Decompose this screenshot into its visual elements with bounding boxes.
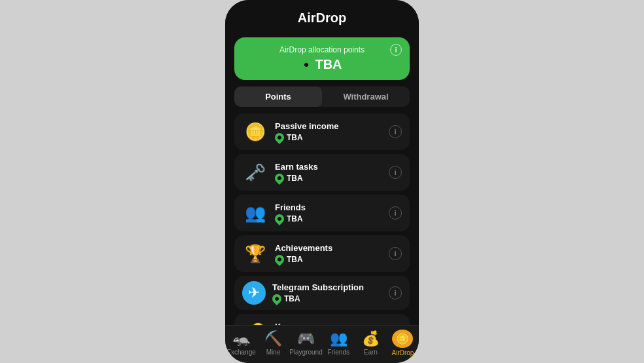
achievements-value: TBA [275, 255, 382, 264]
earn-tasks-name: Earn tasks [275, 162, 382, 172]
page-title: AirDrop [298, 10, 346, 25]
earn-tasks-content: Earn tasks TBA [275, 162, 382, 183]
passive-income-pin-icon [273, 131, 286, 144]
passive-income-name: Passive income [275, 121, 382, 131]
telegram-content: Telegram Subscription TBA [272, 282, 382, 303]
earn-tasks-pin-icon [273, 172, 286, 185]
list-item-friends[interactable]: 👥 Friends TBA i [234, 195, 410, 231]
top-tab-bar: Points Withdrawal [234, 86, 410, 107]
allocation-value: TBA [302, 57, 342, 72]
nav-friends-label: Friends [328, 349, 349, 356]
telegram-icon: ✈ [242, 281, 266, 305]
tab-points[interactable]: Points [234, 86, 322, 107]
earn-tasks-info-icon[interactable]: i [389, 166, 402, 179]
nav-friends-icon: 👥 [328, 330, 349, 347]
allocation-tba: TBA [315, 57, 342, 72]
telegram-name: Telegram Subscription [272, 282, 382, 292]
nav-item-mine[interactable]: ⛏️ Mine [257, 330, 289, 356]
achievements-content: Achievements TBA [275, 243, 382, 264]
earn-icon: 💰 [360, 330, 381, 347]
achievements-icon: 🏆 [242, 240, 268, 267]
nav-item-airdrop[interactable]: 🪙 AirDrop [387, 330, 419, 356]
telegram-info-icon[interactable]: i [389, 286, 402, 299]
bottom-nav: 🦡 Exchange ⛏️ Mine 🎮 Playground 👥 Friend… [225, 325, 419, 363]
list-item-earn-tasks[interactable]: 🗝️ Earn tasks TBA i [234, 154, 410, 191]
nav-item-friends[interactable]: 👥 Friends [323, 330, 355, 356]
header: AirDrop [225, 0, 419, 32]
allocation-label: AirDrop allocation points [279, 45, 365, 54]
tab-withdrawal[interactable]: Withdrawal [322, 86, 410, 107]
telegram-value: TBA [272, 294, 382, 303]
passive-income-icon: 🪙 [242, 119, 268, 145]
passive-income-content: Passive income TBA [275, 121, 382, 142]
passive-income-value: TBA [275, 133, 382, 142]
nav-item-exchange[interactable]: 🦡 Exchange [225, 330, 257, 356]
nav-item-earn[interactable]: 💰 Earn [355, 330, 387, 356]
friends-name: Friends [275, 202, 382, 212]
nav-airdrop-label: AirDrop [391, 349, 414, 356]
list-item-passive-income[interactable]: 🪙 Passive income TBA i [234, 113, 410, 150]
exchange-icon: 🦡 [231, 330, 252, 347]
nav-earn-label: Earn [364, 349, 378, 356]
list-item-achievements[interactable]: 🏆 Achievements TBA i [234, 235, 410, 272]
achievements-info-icon[interactable]: i [389, 247, 402, 260]
nav-playground-label: Playground [289, 349, 323, 356]
location-pin-icon [300, 58, 313, 71]
playground-icon: 🎮 [295, 330, 316, 347]
list-item-keys[interactable]: 🔑 Keys TBA i [234, 314, 410, 325]
achievements-pin-icon [273, 253, 286, 266]
keys-icon: 🔑 [242, 319, 268, 325]
friends-content: Friends TBA [275, 202, 382, 223]
nav-mine-label: Mine [266, 349, 281, 356]
passive-income-info-icon[interactable]: i [389, 125, 402, 138]
phone-frame: AirDrop AirDrop allocation points TBA i … [225, 0, 419, 363]
allocation-info-icon[interactable]: i [390, 44, 402, 56]
nav-exchange-label: Exchange [226, 349, 255, 356]
allocation-card: AirDrop allocation points TBA i [234, 37, 410, 80]
achievements-name: Achievements [275, 243, 382, 253]
airdrop-list: 🪙 Passive income TBA i 🗝️ Earn tasks TBA… [225, 113, 419, 325]
nav-item-playground[interactable]: 🎮 Playground [289, 330, 323, 356]
friends-icon: 👥 [242, 200, 268, 226]
earn-tasks-icon: 🗝️ [242, 159, 268, 185]
friends-pin-icon [273, 212, 286, 225]
earn-tasks-value: TBA [275, 174, 382, 183]
list-item-telegram[interactable]: ✈ Telegram Subscription TBA i [234, 276, 410, 310]
mine-icon: ⛏️ [263, 330, 284, 347]
friends-value: TBA [275, 214, 382, 223]
friends-info-icon[interactable]: i [389, 206, 402, 220]
telegram-pin-icon [270, 292, 283, 305]
airdrop-nav-icon: 🪙 [392, 330, 413, 348]
